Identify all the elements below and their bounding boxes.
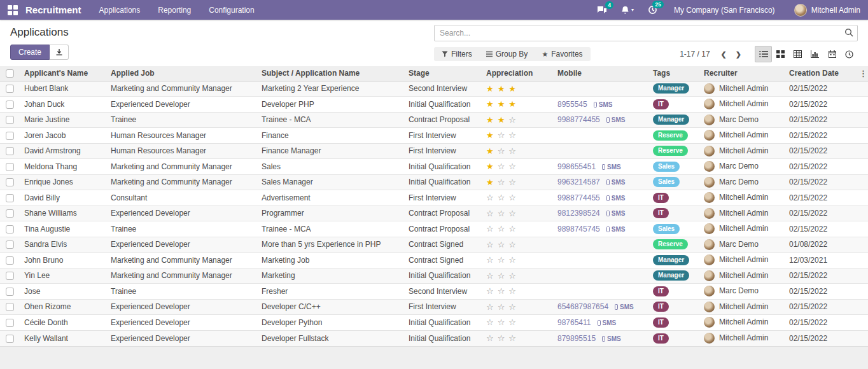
messages-icon[interactable]: 4 xyxy=(597,6,607,15)
star-icon[interactable]: ☆ xyxy=(508,224,516,233)
select-all-checkbox[interactable] xyxy=(6,69,14,78)
star-icon[interactable]: ☆ xyxy=(498,193,505,202)
star-icon[interactable]: ☆ xyxy=(486,286,494,296)
star-icon[interactable]: ☆ xyxy=(498,317,505,327)
star-icon[interactable]: ☆ xyxy=(498,302,505,312)
mobile-number-link[interactable]: 8955545 xyxy=(557,100,587,109)
star-icon[interactable]: ☆ xyxy=(508,130,516,140)
list-view-button[interactable] xyxy=(755,46,772,62)
star-icon[interactable]: ☆ xyxy=(508,115,516,125)
star-icon[interactable]: ☆ xyxy=(498,271,505,281)
search-input[interactable] xyxy=(434,25,858,41)
star-icon[interactable]: ☆ xyxy=(498,178,505,187)
star-icon[interactable]: ★ xyxy=(486,115,494,125)
row-checkbox[interactable] xyxy=(6,272,14,280)
star-icon[interactable]: ☆ xyxy=(508,271,516,281)
sms-button[interactable]: SMS xyxy=(606,179,626,186)
star-icon[interactable]: ☆ xyxy=(486,255,494,265)
column-subject[interactable]: Subject / Application Name xyxy=(259,66,406,81)
menu-reporting[interactable]: Reporting xyxy=(158,6,191,15)
table-row[interactable]: Jose Trainee Fresher Second Interview ☆☆… xyxy=(0,284,868,300)
table-row[interactable]: David Armstrong Human Resources Manager … xyxy=(0,143,868,159)
star-icon[interactable]: ☆ xyxy=(508,317,516,327)
star-icon[interactable]: ☆ xyxy=(508,178,516,187)
star-icon[interactable]: ☆ xyxy=(486,193,494,202)
star-icon[interactable]: ☆ xyxy=(486,209,494,218)
column-stage[interactable]: Stage xyxy=(406,66,484,81)
star-icon[interactable]: ★ xyxy=(508,84,516,94)
row-checkbox[interactable] xyxy=(6,116,14,124)
row-checkbox[interactable] xyxy=(6,85,14,93)
star-icon[interactable]: ★ xyxy=(486,84,494,94)
mobile-number-link[interactable]: 9812398524 xyxy=(557,209,600,218)
calendar-view-button[interactable] xyxy=(823,46,841,62)
star-icon[interactable]: ☆ xyxy=(498,333,505,343)
star-icon[interactable]: ☆ xyxy=(486,317,494,327)
mobile-number-link[interactable]: 654687987654 xyxy=(557,302,608,311)
column-applied-job[interactable]: Applied Job xyxy=(108,66,259,81)
row-checkbox[interactable] xyxy=(6,178,14,186)
table-row[interactable]: Marie Justine Trainee Trainee - MCA Cont… xyxy=(0,112,868,128)
apps-menu-icon[interactable] xyxy=(8,5,18,15)
row-checkbox[interactable] xyxy=(6,194,14,202)
sms-button[interactable]: SMS xyxy=(615,303,634,310)
favorites-button[interactable]: ★ Favorites xyxy=(542,50,582,59)
user-menu[interactable]: Mitchell Admin xyxy=(794,4,860,17)
star-icon[interactable]: ☆ xyxy=(498,146,505,156)
table-row[interactable]: John Bruno Marketing and Community Manag… xyxy=(0,253,868,268)
graph-view-button[interactable] xyxy=(806,46,823,62)
star-icon[interactable]: ★ xyxy=(486,162,494,171)
pivot-view-button[interactable] xyxy=(789,46,806,62)
column-tags[interactable]: Tags xyxy=(650,66,701,81)
star-icon[interactable]: ★ xyxy=(498,84,505,94)
sms-button[interactable]: SMS xyxy=(606,226,626,233)
star-icon[interactable]: ★ xyxy=(486,99,494,109)
table-row[interactable]: Hubert Blank Marketing and Community Man… xyxy=(0,81,868,97)
sms-button[interactable]: SMS xyxy=(606,210,626,217)
sms-button[interactable]: SMS xyxy=(606,116,626,123)
star-icon[interactable]: ☆ xyxy=(508,162,516,171)
table-row[interactable]: Meldona Thang Marketing and Community Ma… xyxy=(0,159,868,175)
table-row[interactable]: Enrique Jones Marketing and Community Ma… xyxy=(0,174,868,190)
notifications-bell-icon[interactable]: ▾ xyxy=(621,6,634,15)
sms-button[interactable]: SMS xyxy=(602,164,621,171)
star-icon[interactable]: ★ xyxy=(486,178,494,187)
create-button[interactable]: Create xyxy=(10,45,50,60)
mobile-number-link[interactable]: 9988774455 xyxy=(557,115,600,124)
app-title[interactable]: Recruitment xyxy=(25,4,81,15)
star-icon[interactable]: ☆ xyxy=(486,240,494,249)
sms-button[interactable]: SMS xyxy=(598,319,617,326)
star-icon[interactable]: ★ xyxy=(498,99,505,109)
table-row[interactable]: Johan Duck Experienced Developer Develop… xyxy=(0,97,868,113)
column-recruiter[interactable]: Recruiter xyxy=(701,66,787,81)
table-row[interactable]: Cécile Donth Experienced Developer Devel… xyxy=(0,315,868,331)
table-row[interactable]: Shane Williams Experienced Developer Pro… xyxy=(0,205,868,221)
sms-button[interactable]: SMS xyxy=(602,335,621,342)
star-icon[interactable]: ☆ xyxy=(486,224,494,233)
mobile-number-link[interactable]: 9898745745 xyxy=(557,225,600,233)
mobile-number-link[interactable]: 998655451 xyxy=(557,162,596,171)
mobile-number-link[interactable]: 98765411 xyxy=(557,318,591,327)
row-checkbox[interactable] xyxy=(6,101,14,109)
star-icon[interactable]: ☆ xyxy=(486,333,494,343)
menu-applications[interactable]: Applications xyxy=(99,6,141,15)
star-icon[interactable]: ☆ xyxy=(498,162,505,171)
table-row[interactable]: Sandra Elvis Experienced Developer More … xyxy=(0,237,868,253)
star-icon[interactable]: ☆ xyxy=(498,209,505,218)
kanban-view-button[interactable] xyxy=(772,46,789,62)
row-checkbox[interactable] xyxy=(6,288,14,296)
star-icon[interactable]: ☆ xyxy=(508,286,516,296)
table-row[interactable]: Tina Augustie Trainee Trainee - MCA Cont… xyxy=(0,221,868,237)
mobile-number-link[interactable]: 9988774455 xyxy=(557,193,600,202)
star-icon[interactable]: ☆ xyxy=(508,240,516,249)
activities-clock-icon[interactable]: 25 xyxy=(648,5,657,15)
table-row[interactable]: Yin Lee Marketing and Community Manager … xyxy=(0,268,868,284)
mobile-number-link[interactable]: 9963214587 xyxy=(557,178,600,186)
row-checkbox[interactable] xyxy=(6,303,14,311)
column-applicant-name[interactable]: Applicant's Name xyxy=(19,66,108,81)
group-by-button[interactable]: Group By xyxy=(486,50,528,59)
row-checkbox[interactable] xyxy=(6,132,14,140)
star-icon[interactable]: ☆ xyxy=(486,302,494,312)
row-checkbox[interactable] xyxy=(6,256,14,265)
sms-button[interactable]: SMS xyxy=(594,101,613,108)
